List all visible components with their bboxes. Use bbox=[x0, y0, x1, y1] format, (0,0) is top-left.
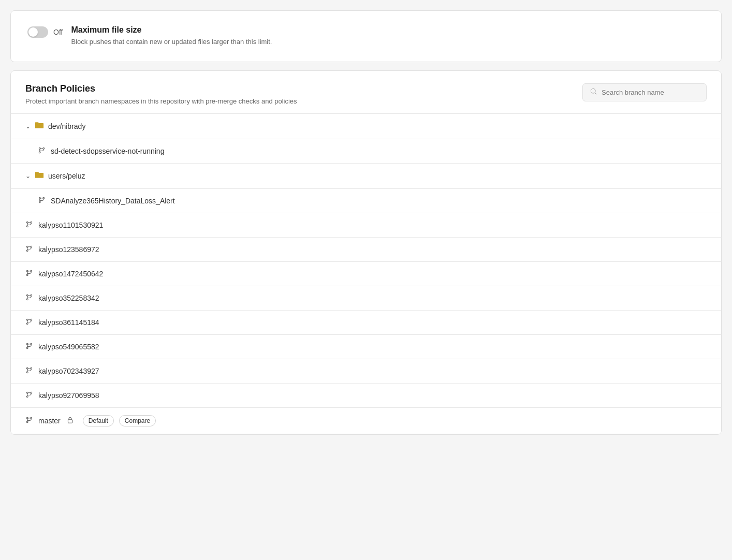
branch-policies-card: Branch Policies Protect important branch… bbox=[10, 70, 722, 435]
branch-name: kalypso352258342 bbox=[38, 294, 99, 302]
svg-point-23 bbox=[26, 347, 28, 348]
svg-point-10 bbox=[31, 246, 32, 247]
branch-item: kalypso352258342 bbox=[11, 286, 721, 311]
chevron-down-icon: ⌄ bbox=[25, 123, 31, 130]
default-badge: Default bbox=[83, 415, 114, 426]
branch-icon bbox=[25, 220, 33, 230]
folder-icon bbox=[35, 171, 44, 181]
svg-point-13 bbox=[31, 270, 32, 272]
branch-item: kalypso1472450642 bbox=[11, 262, 721, 286]
branch-policies-title-section: Branch Policies Protect important branch… bbox=[25, 83, 582, 105]
branch-icon bbox=[25, 416, 33, 425]
branch-name: kalypso361145184 bbox=[38, 318, 99, 327]
svg-point-22 bbox=[31, 343, 32, 345]
branch-icon bbox=[25, 391, 33, 400]
branch-item: kalypso361145184 bbox=[11, 311, 721, 335]
svg-point-17 bbox=[26, 298, 28, 300]
branch-badges: Default Compare bbox=[81, 415, 156, 426]
search-box[interactable] bbox=[582, 83, 707, 101]
search-input[interactable] bbox=[602, 89, 699, 96]
svg-point-11 bbox=[26, 249, 28, 251]
max-file-size-card: Off Maximum file size Block pushes that … bbox=[10, 10, 722, 62]
svg-point-25 bbox=[31, 367, 32, 369]
group-name-users-peluz: users/peluz bbox=[48, 172, 85, 180]
toggle-knob bbox=[28, 27, 38, 37]
branch-name: kalypso702343927 bbox=[38, 367, 99, 375]
branch-name: kalypso123586972 bbox=[38, 245, 99, 254]
svg-point-19 bbox=[31, 319, 32, 320]
group-name-dev-nibrady: dev/nibrady bbox=[48, 122, 85, 130]
svg-point-31 bbox=[31, 417, 32, 419]
branch-list: ⌄ dev/nibrady sd-detect-sdopsser bbox=[11, 113, 721, 434]
branch-icon bbox=[25, 366, 33, 376]
branch-name: kalypso549065582 bbox=[38, 343, 99, 351]
branch-name: sd-detect-sdopsservice-not-running bbox=[51, 147, 164, 155]
branch-item: SDAnalyze365History_DataLoss_Alert bbox=[11, 189, 721, 213]
svg-point-7 bbox=[31, 222, 32, 223]
branch-policies-description: Protect important branch namespaces in t… bbox=[25, 97, 582, 105]
svg-point-32 bbox=[26, 421, 28, 422]
svg-point-2 bbox=[39, 151, 40, 153]
branch-name: kalypso1472450642 bbox=[38, 270, 103, 278]
svg-point-14 bbox=[26, 274, 28, 275]
branch-item: sd-detect-sdopsservice-not-running bbox=[11, 139, 721, 164]
branch-name: kalypso927069958 bbox=[38, 391, 99, 400]
branch-policies-title: Branch Policies bbox=[25, 83, 582, 94]
branch-item-master: master Default Compare bbox=[11, 408, 721, 434]
svg-point-4 bbox=[43, 197, 45, 199]
branch-item: kalypso702343927 bbox=[11, 359, 721, 384]
max-file-size-title: Maximum file size bbox=[71, 25, 272, 35]
toggle-label: Off bbox=[53, 28, 63, 36]
svg-point-20 bbox=[26, 322, 28, 324]
compare-badge: Compare bbox=[119, 415, 156, 426]
branch-icon bbox=[25, 269, 33, 278]
search-icon bbox=[590, 88, 597, 97]
svg-rect-33 bbox=[68, 419, 72, 423]
max-file-size-description: Block pushes that contain new or updated… bbox=[71, 37, 272, 47]
branch-name-master: master bbox=[38, 417, 61, 425]
svg-point-5 bbox=[39, 201, 40, 202]
max-file-size-toggle[interactable] bbox=[27, 26, 48, 38]
svg-point-8 bbox=[26, 225, 28, 227]
branch-icon bbox=[25, 342, 33, 351]
svg-point-26 bbox=[26, 371, 28, 373]
branch-policies-header: Branch Policies Protect important branch… bbox=[11, 71, 721, 113]
branch-name: kalypso1101530921 bbox=[38, 221, 103, 229]
branch-item: kalypso549065582 bbox=[11, 335, 721, 359]
branch-icon bbox=[38, 146, 46, 156]
chevron-down-icon: ⌄ bbox=[25, 172, 31, 180]
branch-icon bbox=[38, 196, 46, 205]
branch-icon bbox=[25, 318, 33, 327]
branch-icon bbox=[25, 245, 33, 254]
svg-point-28 bbox=[31, 392, 32, 393]
branch-group-users-peluz[interactable]: ⌄ users/peluz bbox=[11, 164, 721, 189]
branch-name: SDAnalyze365History_DataLoss_Alert bbox=[51, 197, 175, 205]
branch-item: kalypso123586972 bbox=[11, 238, 721, 262]
branch-item: kalypso1101530921 bbox=[11, 213, 721, 238]
branch-group-dev-nibrady[interactable]: ⌄ dev/nibrady bbox=[11, 114, 721, 139]
svg-point-16 bbox=[31, 294, 32, 296]
max-file-size-content: Maximum file size Block pushes that cont… bbox=[71, 25, 272, 47]
branch-icon bbox=[25, 293, 33, 303]
branch-item: kalypso927069958 bbox=[11, 384, 721, 408]
svg-point-1 bbox=[43, 148, 45, 149]
toggle-wrap: Off bbox=[27, 26, 63, 38]
folder-icon bbox=[35, 121, 44, 131]
lock-icon bbox=[67, 417, 74, 425]
svg-point-29 bbox=[26, 395, 28, 397]
